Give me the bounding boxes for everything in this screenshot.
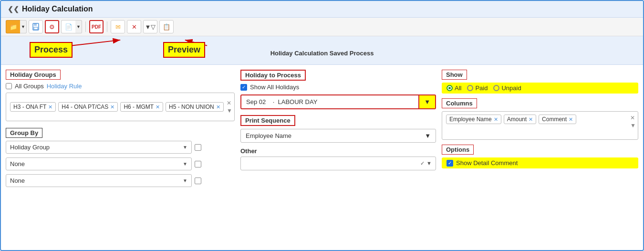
main-content: Holiday Groups All Groups Holiday Rule H… bbox=[1, 65, 643, 196]
options-label: Options bbox=[442, 145, 474, 155]
col-amount-remove[interactable]: ✕ bbox=[529, 116, 533, 123]
print-sequence-dropdown[interactable]: Employee Name ▼ bbox=[240, 129, 436, 143]
title-bar: ❮❮ Holiday Calculation bbox=[1, 1, 643, 18]
dropdown2-arrow: ▼ bbox=[183, 161, 187, 167]
print-sequence-label: Print Sequence bbox=[240, 115, 295, 126]
left-panel: Holiday Groups All Groups Holiday Rule H… bbox=[6, 70, 235, 191]
group-by-section: Group By Holiday Group ▼ None ▼ bbox=[6, 128, 235, 187]
preview-annotation: Preview bbox=[163, 42, 205, 58]
tag-h3-remove[interactable]: ✕ bbox=[48, 104, 52, 110]
group-by-checkbox1[interactable] bbox=[195, 144, 201, 151]
show-all-label: Show All Holidays bbox=[250, 84, 299, 91]
back-chevrons[interactable]: ❮❮ bbox=[8, 5, 19, 13]
saved-process-title: Holiday Calculation Saved Process bbox=[270, 44, 374, 56]
show-all-row: Show All Holidays bbox=[240, 84, 436, 91]
group-by-row3: None ▼ bbox=[6, 174, 235, 187]
right-panel: Show All Paid Unpaid bbox=[442, 70, 638, 191]
columns-dropdown-arrow[interactable]: ▼ bbox=[630, 122, 636, 129]
dropdown3-arrow: ▼ bbox=[183, 178, 187, 183]
folder-dropdown[interactable]: 📁 ▼ bbox=[6, 20, 27, 33]
holiday-groups-section: Holiday Groups All Groups Holiday Rule H… bbox=[6, 70, 235, 121]
middle-panel: Holiday to Process Show All Holidays Sep… bbox=[240, 70, 436, 191]
group-by-checkbox2[interactable] bbox=[195, 161, 201, 167]
close-button[interactable]: ✕ bbox=[127, 20, 141, 33]
col-employee-name-remove[interactable]: ✕ bbox=[494, 116, 498, 123]
columns-box-controls: ✕ ▼ bbox=[630, 115, 636, 129]
svg-rect-2 bbox=[34, 27, 38, 30]
radio-paid[interactable]: Paid bbox=[467, 84, 488, 92]
options-section: Options Show Detail Comment bbox=[442, 145, 638, 168]
group-by-checkbox3[interactable] bbox=[195, 178, 201, 184]
group-by-row1: Holiday Group ▼ bbox=[6, 141, 235, 154]
sep1 bbox=[85, 21, 86, 32]
other-field-controls: ✓ ▼ bbox=[420, 160, 432, 167]
toolbar: 📁 ▼ ⚙ 📄 ▼ PDF ✉ ✕ ▼▽ 📋 bbox=[1, 18, 643, 36]
folder-button[interactable]: 📁 bbox=[6, 20, 20, 33]
save-button[interactable] bbox=[29, 20, 43, 33]
tags-clear-button[interactable]: ✕ bbox=[227, 100, 232, 106]
group-by-dropdown2[interactable]: None ▼ bbox=[6, 157, 192, 170]
show-detail-comment-checkbox[interactable] bbox=[447, 160, 453, 167]
radio-group: All Paid Unpaid bbox=[442, 83, 638, 94]
radio-unpaid[interactable]: Unpaid bbox=[493, 84, 521, 92]
show-section: Show All Paid Unpaid bbox=[442, 70, 638, 94]
email-button[interactable]: ✉ bbox=[111, 20, 125, 33]
holiday-to-process-label: Holiday to Process bbox=[240, 70, 306, 81]
col-comment: Comment ✕ bbox=[539, 115, 576, 124]
filter-button[interactable]: ▼▽ bbox=[143, 20, 157, 33]
svg-rect-1 bbox=[34, 23, 37, 26]
doc-dropdown[interactable]: 📄 ▼ bbox=[61, 20, 82, 33]
radio-all-circle[interactable] bbox=[447, 85, 453, 91]
radio-paid-circle[interactable] bbox=[467, 85, 473, 91]
holiday-to-process-section: Holiday to Process Show All Holidays Sep… bbox=[240, 70, 436, 109]
tags-box: H3 - ONA FT ✕ H4 - ONA PT/CAS ✕ H6 - MGM… bbox=[6, 93, 235, 121]
group-by-row2: None ▼ bbox=[6, 157, 235, 170]
holiday-rule-link[interactable]: Holiday Rule bbox=[47, 83, 82, 90]
columns-section: Columns Employee Name ✕ Amount ✕ Comment… bbox=[442, 98, 638, 140]
all-groups-checkbox[interactable] bbox=[6, 83, 12, 89]
radio-all[interactable]: All bbox=[447, 84, 461, 92]
holiday-date-field[interactable]: Sep 02 · LABOUR DAY bbox=[240, 94, 419, 109]
process-annotation: Process bbox=[30, 42, 73, 58]
columns-clear-button[interactable]: ✕ bbox=[630, 115, 636, 121]
doc2-button[interactable]: 📋 bbox=[159, 20, 174, 33]
tag-h4-remove[interactable]: ✕ bbox=[110, 104, 114, 110]
other-dropdown-icon[interactable]: ▼ bbox=[426, 160, 432, 167]
holiday-date-row: Sep 02 · LABOUR DAY ▼ bbox=[240, 94, 436, 109]
all-groups-label: All Groups bbox=[15, 83, 44, 90]
radio-unpaid-circle[interactable] bbox=[493, 85, 499, 91]
tag-h4: H4 - ONA PT/CAS ✕ bbox=[58, 102, 118, 112]
pdf-button[interactable]: PDF bbox=[89, 20, 104, 33]
doc-button[interactable]: 📄 bbox=[61, 20, 75, 33]
print-sequence-section: Print Sequence Employee Name ▼ Other ✓ ▼ bbox=[240, 115, 436, 170]
tag-h6-remove[interactable]: ✕ bbox=[156, 104, 160, 110]
group-by-dropdown3[interactable]: None ▼ bbox=[6, 174, 192, 187]
tag-h5-remove[interactable]: ✕ bbox=[216, 104, 220, 110]
all-groups-row: All Groups Holiday Rule bbox=[6, 83, 235, 90]
group-by-label: Group By bbox=[6, 128, 42, 138]
annotation-row: Process Preview Holiday Calculation Save… bbox=[1, 36, 643, 65]
show-detail-comment-label: Show Detail Comment bbox=[456, 159, 518, 167]
show-all-checkbox[interactable] bbox=[240, 84, 247, 91]
holiday-date-dropdown[interactable]: ▼ bbox=[419, 94, 436, 109]
tags-dropdown-arrow[interactable]: ▼ bbox=[227, 107, 232, 114]
page-title: Holiday Calculation bbox=[22, 5, 93, 13]
settings-button[interactable]: ⚙ bbox=[45, 20, 59, 33]
sep2 bbox=[107, 21, 107, 32]
tag-h5: H5 - NON UNION ✕ bbox=[166, 102, 224, 112]
col-amount: Amount ✕ bbox=[504, 115, 536, 124]
tag-h3: H3 - ONA FT ✕ bbox=[10, 102, 56, 112]
col-comment-remove[interactable]: ✕ bbox=[569, 116, 573, 123]
holiday-groups-label: Holiday Groups bbox=[6, 70, 61, 80]
col-employee-name: Employee Name ✕ bbox=[446, 115, 501, 124]
svg-line-4 bbox=[71, 40, 120, 46]
page-wrapper: ❮❮ Holiday Calculation 📁 ▼ ⚙ 📄 ▼ PDF ✉ ✕ bbox=[0, 0, 644, 251]
folder-dropdown-arrow[interactable]: ▼ bbox=[20, 20, 27, 33]
other-check-icon[interactable]: ✓ bbox=[420, 160, 425, 167]
doc-dropdown-arrow[interactable]: ▼ bbox=[75, 20, 82, 33]
columns-label: Columns bbox=[442, 98, 477, 108]
columns-box: Employee Name ✕ Amount ✕ Comment ✕ ✕ ▼ bbox=[442, 111, 638, 140]
group-by-dropdown1[interactable]: Holiday Group ▼ bbox=[6, 141, 192, 154]
dropdown1-arrow: ▼ bbox=[183, 145, 187, 150]
other-field[interactable]: ✓ ▼ bbox=[240, 157, 436, 170]
